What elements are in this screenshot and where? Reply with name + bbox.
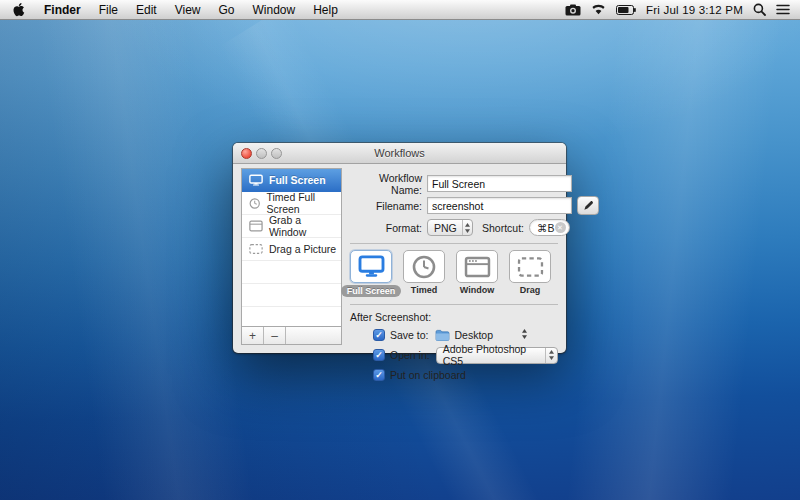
separator [350, 304, 558, 305]
workflow-item-timed-full-screen[interactable]: Timed Full Screen [242, 192, 341, 215]
empty-row [242, 307, 341, 326]
filename-input[interactable] [427, 197, 572, 214]
format-popup[interactable]: PNG [427, 219, 473, 236]
empty-row [242, 284, 341, 307]
shortcut-value: ⌘B [537, 222, 555, 234]
title-bar[interactable]: Workflows [233, 143, 566, 164]
mode-label: Window [460, 285, 494, 295]
format-label: Format: [350, 222, 427, 234]
zoom-button[interactable] [271, 148, 282, 159]
mode-full-screen-button[interactable] [350, 250, 392, 283]
mode-window-button[interactable] [456, 250, 498, 283]
clipboard-row: ✓ Put on clipboard [373, 367, 558, 383]
save-to-row: ✓ Save to: Desktop [373, 327, 558, 343]
mode-window[interactable]: Window [456, 250, 498, 297]
wifi-icon[interactable] [591, 0, 606, 19]
folder-icon [435, 329, 450, 341]
menu-item-edit[interactable]: Edit [127, 0, 166, 19]
save-to-checkbox[interactable]: ✓ [373, 329, 385, 341]
close-button[interactable] [241, 148, 252, 159]
mode-timed-button[interactable] [403, 250, 445, 283]
menu-item-help[interactable]: Help [304, 0, 347, 19]
mode-full-screen[interactable]: Full Screen [350, 250, 392, 297]
save-to-popup[interactable]: Desktop [435, 329, 558, 341]
mode-label: Drag [520, 285, 541, 295]
display-icon [249, 174, 263, 186]
popup-arrows-icon [521, 329, 528, 341]
window-icon [249, 220, 263, 232]
menu-item-view[interactable]: View [166, 0, 210, 19]
empty-row [242, 261, 341, 284]
open-in-row: ✓ Open in: Adobe Photoshop CS5 [373, 347, 558, 363]
window-icon [464, 256, 491, 278]
camera-icon[interactable] [565, 0, 581, 19]
mode-label: Full Screen [341, 285, 402, 297]
list-toolbar: + – [242, 326, 341, 344]
desktop: Finder File Edit View Go Window Help Fri… [0, 0, 800, 500]
spotlight-icon[interactable] [753, 0, 766, 19]
workflow-item-label: Full Screen [269, 174, 326, 186]
workflow-item-drag-a-picture[interactable]: Drag a Picture [242, 238, 341, 261]
apple-menu[interactable] [0, 0, 35, 19]
workflow-item-label: Timed Full Screen [266, 191, 341, 215]
popup-arrows-icon [462, 220, 472, 235]
workflow-item-grab-a-window[interactable]: Grab a Window [242, 215, 341, 238]
clock-icon [249, 197, 260, 210]
capture-mode-selector: Full Screen Timed Window [350, 250, 558, 297]
mode-label: Timed [411, 285, 437, 295]
mode-drag-button[interactable] [509, 250, 551, 283]
battery-icon[interactable] [616, 0, 636, 19]
open-in-value: Adobe Photoshop CS5 [443, 343, 545, 367]
clear-shortcut-button[interactable]: ✕ [555, 222, 566, 233]
workflow-item-label: Drag a Picture [269, 243, 336, 255]
apple-icon [12, 2, 25, 17]
format-value: PNG [434, 222, 462, 234]
workflow-detail-panel: Workflow Name: Filename: Format: PNG [350, 168, 558, 345]
add-workflow-button[interactable]: + [242, 327, 264, 344]
menu-item-window[interactable]: Window [244, 0, 305, 19]
pen-icon [583, 200, 594, 211]
remove-workflow-button[interactable]: – [264, 327, 286, 344]
mode-timed[interactable]: Timed [403, 250, 445, 297]
clipboard-label: Put on clipboard [390, 369, 466, 381]
workflow-name-label: Workflow Name: [350, 172, 427, 196]
minimize-button[interactable] [256, 148, 267, 159]
window-title: Workflows [374, 147, 425, 159]
popup-arrows-icon [545, 348, 557, 363]
dashed-selection-icon [517, 256, 544, 278]
menu-item-go[interactable]: Go [210, 0, 244, 19]
menu-clock[interactable]: Fri Jul 19 3:12 PM [646, 4, 743, 16]
filename-token-button[interactable] [577, 196, 599, 215]
notification-list-icon[interactable] [776, 0, 790, 19]
display-icon [358, 255, 385, 278]
menu-item-finder[interactable]: Finder [35, 0, 90, 19]
workflow-name-input[interactable] [427, 175, 572, 192]
mode-drag[interactable]: Drag [509, 250, 551, 297]
shortcut-label: Shortcut: [482, 222, 524, 234]
clipboard-checkbox[interactable]: ✓ [373, 369, 385, 381]
after-screenshot-heading: After Screenshot: [350, 311, 558, 323]
save-to-label: Save to: [390, 329, 429, 341]
filename-label: Filename: [350, 200, 427, 212]
format-shortcut-row: Format: PNG Shortcut: ⌘B ✕ [350, 219, 558, 236]
dashed-selection-icon [249, 243, 263, 255]
clock-icon [412, 255, 436, 279]
workflow-name-row: Workflow Name: [350, 175, 558, 192]
open-in-checkbox[interactable]: ✓ [373, 349, 385, 361]
workflow-item-full-screen[interactable]: Full Screen [242, 169, 341, 192]
workflow-item-label: Grab a Window [269, 214, 341, 238]
menu-item-file[interactable]: File [90, 0, 127, 19]
filename-row: Filename: [350, 197, 558, 214]
save-to-value: Desktop [455, 329, 494, 341]
open-in-popup[interactable]: Adobe Photoshop CS5 [436, 347, 558, 364]
separator [350, 243, 558, 244]
open-in-label: Open in: [390, 349, 430, 361]
workflow-list: Full Screen Timed Full Screen Grab a Win… [241, 168, 342, 345]
menu-bar: Finder File Edit View Go Window Help Fri… [0, 0, 800, 20]
workflows-window: Workflows Full Screen Timed Full Screen [233, 143, 566, 353]
shortcut-field[interactable]: ⌘B ✕ [529, 219, 570, 236]
